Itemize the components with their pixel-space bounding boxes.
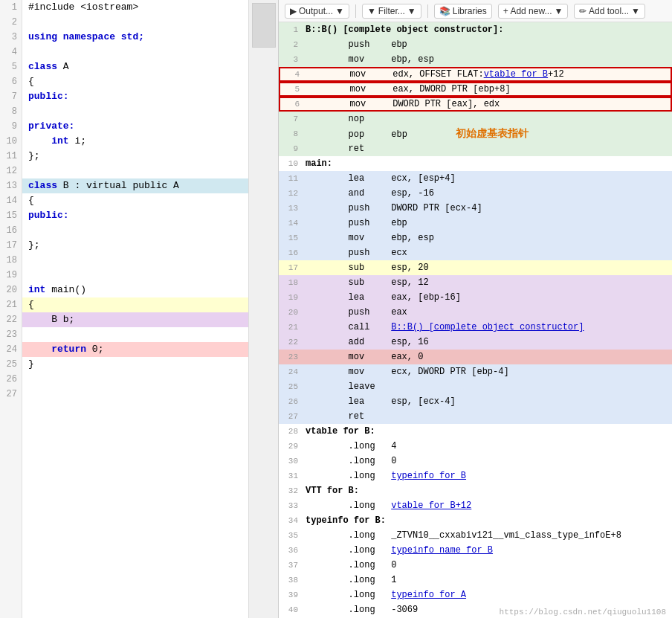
left-panel: 1234567891011121314151617181920212223242… — [0, 0, 279, 618]
code-line — [22, 15, 248, 30]
asm-line-content: push ebp — [303, 37, 672, 52]
asm-line: 24 mov ecx, DWORD PTR [ebp-4] — [279, 364, 672, 379]
toolbar: ▶ Output... ▼ ▼ Filter... ▼ 📚 Libraries … — [279, 0, 672, 22]
asm-line-number: 16 — [279, 245, 303, 260]
vtable-for-b-link[interactable]: vtable_for_B — [484, 69, 548, 80]
asm-line-number: 36 — [279, 543, 303, 558]
asm-line: 16 push ecx — [279, 245, 672, 260]
typeinfo-name-b-link[interactable]: typeinfo_name_for_B — [391, 545, 493, 556]
asm-line: 27 ret — [279, 409, 672, 424]
code-line: class B : virtual public A — [22, 178, 248, 193]
asm-line: 1B::B() [complete object constructor]: — [279, 22, 672, 37]
vtable-b-12-link[interactable]: vtable_for_B+12 — [391, 500, 471, 511]
left-line-no: 15 — [0, 208, 22, 223]
asm-line-number: 23 — [279, 350, 303, 364]
asm-line-content: ret — [303, 409, 672, 424]
left-line-no: 25 — [0, 357, 22, 372]
asm-line-content: .long -3069 — [303, 602, 672, 617]
code-line: class A — [22, 59, 248, 74]
code-line: return 0; — [22, 342, 248, 357]
toolbar-sep-2 — [427, 4, 428, 18]
typeinfo-a-link[interactable]: typeinfo_for_A — [391, 590, 466, 600]
asm-line: 33 .long vtable_for_B+12 — [279, 498, 672, 513]
asm-line: 31 .long typeinfo_for_B — [279, 469, 672, 483]
asm-line: 13 push DWORD PTR [ecx-4] — [279, 201, 672, 216]
asm-line-number: 38 — [279, 573, 303, 588]
code-line: public: — [22, 89, 248, 104]
output-icon: ▶ — [290, 6, 297, 16]
asm-line-content: call B::B()_[complete_object_constructor… — [303, 320, 672, 335]
asm-line-number: 37 — [279, 558, 303, 573]
left-line-no: 4 — [0, 45, 22, 59]
asm-line-content: main: — [303, 156, 672, 171]
left-line-no: 3 — [0, 30, 22, 45]
left-line-no: 24 — [0, 342, 22, 357]
asm-line-content: leave — [303, 379, 672, 394]
asm-line-number: 28 — [279, 424, 303, 439]
output-button[interactable]: ▶ Output... ▼ — [285, 4, 349, 19]
asm-line-content: push DWORD PTR [ecx-4] — [303, 201, 672, 216]
asm-line-content: lea esp, [ecx-4] — [303, 394, 672, 409]
right-panel: ▶ Output... ▼ ▼ Filter... ▼ 📚 Libraries … — [279, 0, 672, 618]
asm-line-content: .long 0 — [303, 558, 672, 573]
asm-line: 4 mov edx, OFFSET FLAT:vtable_for_B+12 — [279, 67, 672, 82]
asm-line: 17 sub esp, 20 — [279, 260, 672, 275]
code-line: int main() — [22, 283, 248, 297]
asm-line-number: 4 — [280, 67, 304, 82]
typeinfo-b-link[interactable]: typeinfo_for_B — [391, 471, 466, 481]
chevron-down-icon-2: ▼ — [407, 6, 416, 16]
asm-line: 9 ret — [279, 141, 672, 156]
left-line-no: 1 — [0, 0, 22, 15]
minimap-thumb[interactable] — [252, 3, 276, 48]
asm-area[interactable]: 1B::B() [complete object constructor]:2 … — [279, 22, 672, 618]
left-line-no: 11 — [0, 149, 22, 164]
code-line: { — [22, 297, 248, 312]
minimap — [248, 0, 278, 618]
asm-line-content: typeinfo for B: — [303, 513, 672, 528]
code-line — [22, 327, 248, 342]
left-line-no: 6 — [0, 74, 22, 89]
asm-line-content: mov eax, 0 — [303, 350, 672, 364]
asm-line-content: .long vtable_for_B+12 — [303, 498, 672, 513]
asm-line-number: 8 — [279, 126, 303, 141]
code-line — [22, 387, 248, 402]
add-new-label: + Add new... — [503, 6, 552, 16]
left-line-no: 17 — [0, 238, 22, 253]
code-line — [22, 372, 248, 387]
asm-line-content: .long 1 — [303, 573, 672, 588]
asm-line-content: sub esp, 12 — [303, 275, 672, 290]
asm-line-content: mov ecx, DWORD PTR [ebp-4] — [303, 364, 672, 379]
toolbar-sep-1 — [355, 4, 356, 18]
left-line-no: 10 — [0, 134, 22, 149]
asm-line: 18 sub esp, 12 — [279, 275, 672, 290]
filter-label: Filter... — [378, 6, 405, 16]
asm-line-content: add esp, 16 — [303, 335, 672, 350]
asm-line-number: 39 — [279, 588, 303, 602]
libraries-icon: 📚 — [439, 6, 450, 16]
code-line: #include <iostream> — [22, 0, 248, 15]
asm-line-content: lea ecx, [esp+4] — [303, 171, 672, 186]
asm-line: 37 .long 0 — [279, 558, 672, 573]
asm-line: 25 leave — [279, 379, 672, 394]
add-new-button[interactable]: + Add new... ▼ — [498, 4, 569, 19]
asm-line-number: 7 — [279, 112, 303, 126]
asm-line-content: mov ebp, esp — [303, 231, 672, 245]
add-tool-button[interactable]: ✏ Add tool... ▼ — [574, 4, 645, 19]
asm-line: 35 .long _ZTVN10__cxxabiv121__vmi_class_… — [279, 528, 672, 543]
asm-line: 19 lea eax, [ebp-16] — [279, 290, 672, 305]
asm-line: 5 mov eax, DWORD PTR [ebp+8] — [279, 82, 672, 97]
libraries-label: Libraries — [453, 6, 487, 16]
asm-line-content: mov DWORD PTR [eax], edx — [304, 97, 671, 112]
left-line-no: 5 — [0, 59, 22, 74]
chevron-down-icon: ▼ — [335, 6, 344, 16]
constructor-link[interactable]: B::B()_[complete_object_constructor] — [391, 322, 584, 332]
asm-line: 3 mov ebp, esp — [279, 52, 672, 67]
asm-line-number: 3 — [279, 52, 303, 67]
libraries-button[interactable]: 📚 Libraries — [434, 4, 492, 19]
asm-line-number: 20 — [279, 305, 303, 320]
asm-line-number: 29 — [279, 439, 303, 454]
asm-line-number: 11 — [279, 171, 303, 186]
code-line: public: — [22, 208, 248, 223]
asm-line-content: mov edx, OFFSET FLAT:vtable_for_B+12 — [304, 67, 671, 82]
filter-button[interactable]: ▼ Filter... ▼ — [362, 4, 421, 19]
